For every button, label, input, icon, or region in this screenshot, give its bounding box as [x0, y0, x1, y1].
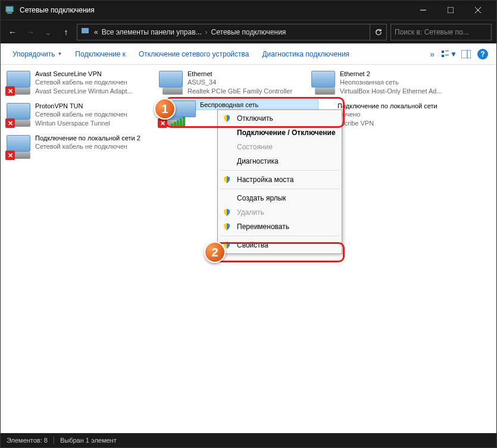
close-button[interactable]: [464, 1, 492, 20]
disconnected-icon: ✕: [5, 86, 15, 96]
disconnected-icon: ✕: [5, 118, 15, 128]
search-placeholder: Поиск в: Сетевые по...: [395, 28, 469, 36]
shield-icon: [223, 208, 231, 217]
svg-rect-8: [445, 51, 449, 51]
organize-menu[interactable]: Упорядочить▼: [7, 48, 68, 61]
svg-rect-10: [445, 55, 449, 55]
maximize-button[interactable]: [437, 1, 464, 20]
titlebar: Сетевые подключения: [1, 1, 496, 20]
ctx-shortcut[interactable]: Создать ярлык: [219, 191, 340, 205]
help-button[interactable]: ?: [475, 46, 490, 62]
folder-icon: [81, 27, 90, 37]
app-icon: [5, 5, 15, 15]
content-area: ✕ Avast SecureLine VPNСетевой кабель не …: [1, 65, 496, 434]
more-button[interactable]: »: [424, 47, 440, 61]
status-selected: Выбран 1 элемент: [60, 437, 117, 444]
svg-rect-1: [7, 12, 12, 14]
shield-icon: [223, 176, 231, 184]
forward-button[interactable]: →: [23, 25, 37, 39]
back-button[interactable]: ←: [5, 25, 20, 39]
disable-device-button[interactable]: Отключение сетевого устройства: [133, 48, 255, 61]
disconnected-icon: ✕: [5, 151, 15, 160]
ctx-properties[interactable]: Свойства: [219, 238, 340, 252]
separator: [220, 170, 339, 171]
separator: [54, 436, 54, 444]
view-options-button[interactable]: ▼: [442, 46, 457, 62]
breadcrumb-1[interactable]: Все элементы панели управ...: [102, 28, 202, 36]
ctx-diagnose[interactable]: Диагностика: [219, 154, 340, 168]
crumb-prefix: «: [94, 28, 98, 36]
svg-rect-0: [6, 7, 13, 12]
diagnose-button[interactable]: Диагностика подключения: [256, 48, 355, 61]
refresh-button[interactable]: [370, 24, 387, 40]
statusbar: Элементов: 8 Выбран 1 элемент: [1, 433, 496, 447]
ctx-status: Состояние: [219, 140, 340, 154]
ctx-connect-disconnect[interactable]: Подключение / Отключение: [219, 126, 340, 140]
svg-rect-11: [461, 50, 471, 58]
svg-rect-9: [442, 55, 444, 57]
separator: [220, 189, 339, 189]
ctx-bridge[interactable]: Настройка моста: [219, 173, 340, 187]
signal-icon: [171, 117, 185, 127]
shield-icon: [223, 114, 231, 123]
recent-button[interactable]: ⌄: [41, 25, 55, 39]
toolbar: Упорядочить▼ Подключение к Отключение се…: [1, 43, 496, 65]
connect-to-button[interactable]: Подключение к: [69, 48, 132, 61]
search-input[interactable]: Поиск в: Сетевые по...: [390, 24, 492, 40]
connection-ethernet[interactable]: EthernetASUS_34Realtek PCIe GbE Family C…: [155, 67, 308, 99]
navbar: ← → ⌄ ↑ « Все элементы панели управ... ›…: [1, 20, 496, 43]
annotation-badge-1: 1: [154, 98, 176, 120]
context-menu: Отключить Подключение / Отключение Состо…: [217, 109, 342, 254]
svg-rect-3: [448, 7, 454, 13]
connection-lan-2[interactable]: ✕ Подключение по локальной сети 2Сетевой…: [3, 131, 155, 164]
breadcrumb-2[interactable]: Сетевые подключения: [211, 28, 286, 36]
status-elements: Элементов: 8: [7, 437, 48, 444]
preview-pane-button[interactable]: [458, 46, 474, 62]
window-title: Сетевые подключения: [20, 6, 410, 14]
svg-rect-6: [82, 28, 89, 33]
ctx-delete: Удалить: [219, 205, 340, 220]
ctx-disconnect[interactable]: Отключить: [219, 111, 340, 126]
separator: [220, 236, 339, 236]
connection-protonvpn[interactable]: ✕ ProtonVPN TUNСетевой кабель не подключ…: [3, 99, 155, 131]
shield-icon: [223, 223, 231, 231]
up-button[interactable]: ↑: [59, 25, 73, 39]
disconnected-icon: ✕: [158, 118, 167, 128]
annotation-badge-2: 2: [204, 242, 226, 263]
minimize-button[interactable]: [410, 1, 437, 20]
connection-avast-vpn[interactable]: ✕ Avast SecureLine VPNСетевой кабель не …: [3, 67, 155, 99]
svg-rect-7: [442, 51, 444, 53]
crumb-sep: ›: [205, 28, 208, 36]
address-bar[interactable]: « Все элементы панели управ... › Сетевые…: [77, 24, 370, 40]
ctx-rename[interactable]: Переименовать: [219, 220, 340, 234]
connection-ethernet-2[interactable]: Ethernet 2Неопознанная сетьVirtualBox Ho…: [308, 67, 460, 99]
